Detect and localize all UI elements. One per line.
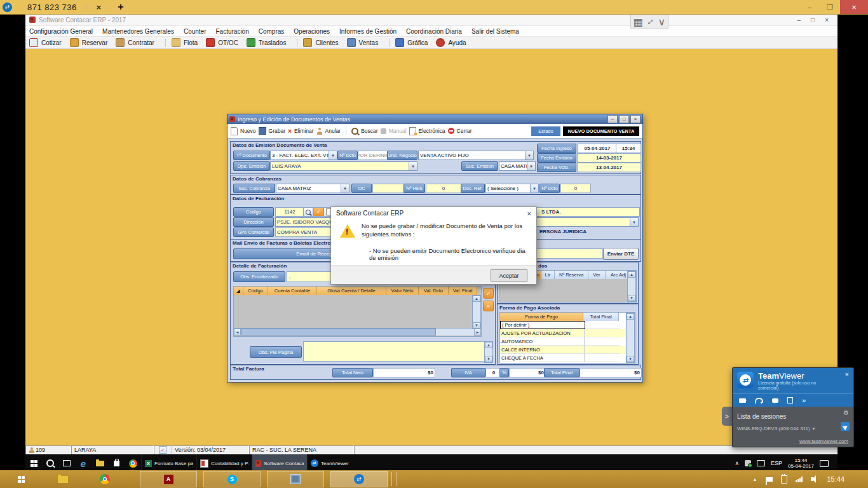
forma-pago-row[interactable]: ( Por definir ) bbox=[500, 321, 635, 329]
menu-salir-sistema[interactable]: Salir del Sistema bbox=[471, 28, 519, 35]
menu-counter[interactable]: Counter bbox=[184, 28, 207, 35]
toolbar-clientes[interactable]: Clientes bbox=[315, 39, 338, 46]
chevron-down-icon[interactable]: ▼ bbox=[812, 427, 816, 431]
teamviewer-link[interactable]: www.teamviewer.com bbox=[799, 438, 848, 444]
electronica-button[interactable]: Electrónica bbox=[419, 128, 445, 134]
menu-compras[interactable]: Compras bbox=[259, 28, 285, 35]
toolbar-cotizar[interactable]: Cotizar bbox=[41, 39, 62, 46]
scroll-down-icon[interactable]: ▼ bbox=[627, 356, 634, 362]
host-app-vm[interactable] bbox=[267, 471, 324, 487]
host-app-skype[interactable]: S bbox=[203, 471, 261, 487]
file-transfer-icon[interactable] bbox=[787, 397, 793, 403]
taskbar-app-contacar[interactable]: Software Contacar ... bbox=[252, 454, 307, 472]
dropdown-arrow-icon[interactable]: ▼ bbox=[525, 151, 533, 159]
window-restore-button[interactable]: ❒ bbox=[820, 0, 840, 14]
col-reserva[interactable]: Nº Reserva bbox=[555, 271, 588, 279]
hes-field[interactable]: 0 bbox=[426, 184, 461, 193]
chevron-down-icon[interactable]: ∨ bbox=[658, 16, 665, 28]
close-doc-icon[interactable] bbox=[448, 128, 454, 134]
host-app-adobe[interactable]: A bbox=[140, 471, 197, 487]
favorite-star-icon[interactable]: ☆ bbox=[83, 3, 90, 11]
menu-mantenedores-generales[interactable]: Mantenedores Generales bbox=[102, 28, 174, 35]
asociados-vscrollbar[interactable]: ▲ ▼ bbox=[627, 271, 636, 302]
tipo-doc-select[interactable]: 3 - FACT. ELEC. EXT. VTA.▼ bbox=[270, 151, 337, 160]
dropdown-arrow-icon[interactable]: ▼ bbox=[329, 151, 337, 159]
nuevo-button[interactable]: Nuevo bbox=[240, 128, 256, 134]
spin-down-icon[interactable]: ▼ bbox=[485, 356, 492, 362]
panel-close-icon[interactable]: × bbox=[845, 370, 849, 378]
dropdown-arrow-icon[interactable]: ▼ bbox=[341, 184, 349, 193]
clientes-icon[interactable] bbox=[303, 38, 312, 47]
scroll-up-icon[interactable]: ▲ bbox=[628, 271, 635, 278]
grid-icon[interactable]: ▦ bbox=[634, 16, 643, 28]
toolbar-ventas[interactable]: Ventas bbox=[359, 39, 379, 46]
remote-control-toolbar[interactable]: ▦ ↕ ∨ bbox=[630, 15, 668, 29]
und-negocio-select[interactable]: VENTA ACTIVO FIJO▼ bbox=[418, 151, 534, 160]
sales-maximize-button[interactable]: □ bbox=[619, 115, 629, 123]
erp-close-icon[interactable]: × bbox=[825, 17, 829, 24]
codigo-check-button[interactable]: ✓ bbox=[313, 207, 323, 217]
menu-informes-gestion[interactable]: Informes de Gestión bbox=[339, 28, 397, 35]
reservar-icon[interactable] bbox=[70, 38, 79, 47]
col-valor-neto[interactable]: Valor Neto bbox=[386, 287, 419, 295]
scroll-down-icon[interactable]: ▼ bbox=[473, 322, 480, 329]
dropdown-arrow-icon[interactable]: ▼ bbox=[527, 162, 535, 170]
gear-icon[interactable]: ⚙ bbox=[843, 409, 849, 416]
toolbar-contratar[interactable]: Contratar bbox=[128, 39, 154, 46]
obs-pie-field[interactable] bbox=[303, 341, 487, 362]
col-val-final[interactable]: Val. Final bbox=[449, 287, 477, 295]
host-explorer-icon[interactable] bbox=[53, 470, 72, 488]
forma-pago-row[interactable]: AJUSTE POR ACTUALIZACION bbox=[500, 329, 635, 337]
dropdown-arrow-icon[interactable]: ▼ bbox=[409, 162, 417, 170]
toolbar-flota[interactable]: Flota bbox=[184, 39, 198, 46]
scroll-right-icon[interactable]: ► bbox=[474, 329, 481, 336]
oc-field[interactable] bbox=[372, 184, 404, 193]
erp-maximize-icon[interactable]: □ bbox=[811, 17, 815, 24]
host-tray-signal-icon[interactable] bbox=[796, 477, 803, 482]
host-chrome-icon[interactable] bbox=[95, 470, 114, 488]
fullscreen-icon[interactable]: ↕ bbox=[645, 16, 656, 27]
toolbar-grafica[interactable]: Gráfica bbox=[407, 39, 428, 46]
ayuda-icon[interactable] bbox=[436, 38, 445, 47]
session-tab[interactable]: 871 823 736 ☆ × bbox=[27, 3, 101, 12]
suc-emision-select[interactable]: CASA MATRIZ▼ bbox=[499, 161, 536, 171]
aceptar-button[interactable]: Aceptar bbox=[491, 269, 527, 281]
store-icon[interactable] bbox=[108, 454, 125, 472]
enviar-dte-button[interactable]: Enviar DTE bbox=[603, 248, 639, 260]
explorer-icon[interactable] bbox=[92, 454, 108, 472]
taskbar-app-excel[interactable]: X Formato Base para ... bbox=[141, 454, 196, 472]
host-tray-volume-icon[interactable] bbox=[811, 477, 813, 481]
sales-minimize-button[interactable]: – bbox=[607, 115, 618, 123]
fecha-emision-field[interactable]: 14-03-2017 bbox=[577, 153, 641, 163]
codigo-field[interactable]: 1142 bbox=[275, 207, 304, 217]
remote-start-button[interactable] bbox=[25, 454, 42, 472]
fecha-vcto-field[interactable]: 13-04-2017 bbox=[577, 163, 641, 172]
buscar-button[interactable]: Buscar bbox=[361, 128, 377, 134]
otoc-icon[interactable] bbox=[206, 38, 215, 47]
forma-pago-grid[interactable]: Forma de Pago Total Final ( Por definir … bbox=[499, 312, 635, 363]
scroll-left-icon[interactable]: ◄ bbox=[234, 329, 241, 336]
connect-button[interactable] bbox=[841, 422, 850, 431]
tray-language[interactable]: ESP bbox=[771, 460, 782, 466]
menu-operaciones[interactable]: Operaciones bbox=[294, 28, 330, 35]
window-minimize-button[interactable]: – bbox=[799, 0, 820, 14]
col-ltr[interactable]: Ltr bbox=[541, 271, 555, 279]
host-start-button[interactable] bbox=[11, 470, 31, 488]
toolbar-reservar[interactable]: Reservar bbox=[82, 39, 108, 46]
col-forma-pago[interactable]: Forma de Pago bbox=[500, 313, 583, 321]
forma-pago-vscrollbar[interactable]: ▲ ▼ bbox=[626, 313, 635, 363]
dropdown-arrow-icon[interactable]: ▼ bbox=[530, 184, 538, 193]
grid-confirm-button[interactable]: ✓ bbox=[483, 288, 494, 299]
suc-cobranza-select[interactable]: CASA MATRIZ▼ bbox=[276, 184, 349, 193]
taskbar-app-contabilidad[interactable]: Contabilidad y Pres... bbox=[196, 454, 252, 472]
host-clock[interactable]: 15:44 bbox=[827, 475, 844, 483]
toolbar-ayuda[interactable]: Ayuda bbox=[448, 39, 466, 46]
cotizar-icon[interactable] bbox=[29, 38, 38, 47]
doc-ref-select[interactable]: ( Seleccione )▼ bbox=[485, 184, 539, 193]
menu-facturacion[interactable]: Facturación bbox=[216, 28, 249, 35]
grid-remove-button[interactable]: × bbox=[483, 301, 494, 311]
col-ver[interactable]: Ver bbox=[588, 271, 606, 279]
tray-network-icon[interactable] bbox=[757, 460, 765, 466]
remote-taskview-button[interactable] bbox=[58, 454, 75, 472]
eliminar-button[interactable]: Eliminar bbox=[294, 128, 314, 134]
